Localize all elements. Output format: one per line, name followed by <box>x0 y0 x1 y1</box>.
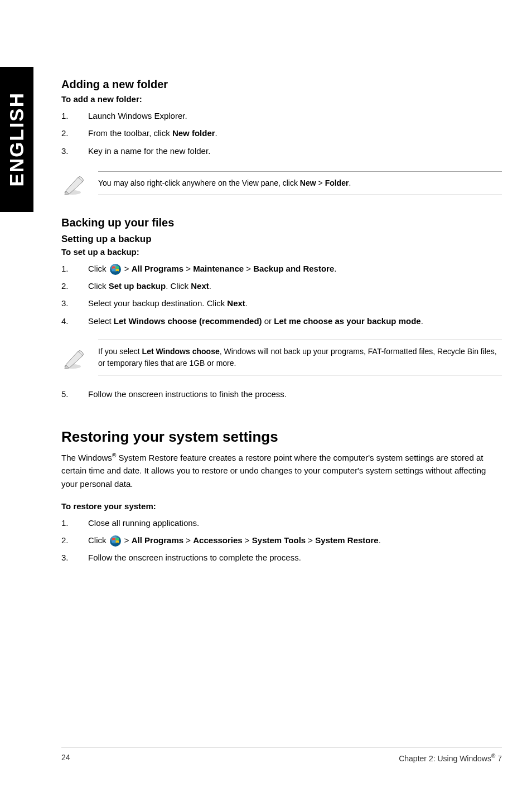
note-block: You may also right-click anywhere on the… <box>61 170 502 197</box>
list-item: Select your backup destination. Click Ne… <box>61 297 502 310</box>
language-label: ENGLISH <box>6 92 28 187</box>
to-restore-heading: To restore your system: <box>61 501 502 511</box>
note-block: If you select Let Windows choose, Window… <box>61 340 502 375</box>
restore-steps: Close all running applications. Click > … <box>61 516 502 564</box>
page-footer: 24 Chapter 2: Using Windows® 7 <box>61 753 502 763</box>
list-item: Click > All Programs > Maintenance > Bac… <box>61 262 502 275</box>
restoring-paragraph: The Windows® System Restore feature crea… <box>61 451 502 490</box>
note-text: If you select Let Windows choose, Window… <box>98 340 502 375</box>
list-item: From the toolbar, click New folder. <box>61 127 502 139</box>
backup-steps: Click > All Programs > Maintenance > Bac… <box>61 262 502 327</box>
adding-folder-heading: Adding a new folder <box>61 78 502 91</box>
list-item: Click > All Programs > Accessories > Sys… <box>61 534 502 547</box>
adding-folder-subheading: To add a new folder: <box>61 94 502 104</box>
footer-divider <box>61 747 502 747</box>
list-item: Follow the onscreen instructions to comp… <box>61 551 502 564</box>
list-item: Launch Windows Explorer. <box>61 109 502 122</box>
list-item: Click Set up backup. Click Next. <box>61 279 502 292</box>
note-text: You may also right-click anywhere on the… <box>98 171 502 195</box>
adding-folder-steps: Launch Windows Explorer. From the toolba… <box>61 109 502 157</box>
page-content: Adding a new folder To add a new folder:… <box>61 78 502 569</box>
language-tab: ENGLISH <box>0 67 33 212</box>
pen-icon <box>61 344 87 371</box>
backing-up-heading: Backing up your files <box>61 216 502 229</box>
setting-up-backup-heading: Setting up a backup <box>61 234 502 245</box>
restoring-heading: Restoring your system settings <box>61 428 502 446</box>
to-set-up-backup: To set up a backup: <box>61 247 502 257</box>
windows-start-icon <box>110 264 121 275</box>
backup-step-5: Follow the onscreen instructions to fini… <box>61 388 502 400</box>
chapter-label: Chapter 2: Using Windows® 7 <box>399 753 502 763</box>
page-number: 24 <box>61 753 70 763</box>
list-item: Key in a name for the new folder. <box>61 144 502 157</box>
list-item: Select Let Windows choose (recommended) … <box>61 315 502 327</box>
windows-start-icon <box>110 535 121 547</box>
list-item: Follow the onscreen instructions to fini… <box>61 388 502 400</box>
list-item: Close all running applications. <box>61 516 502 529</box>
pen-icon <box>61 170 87 197</box>
